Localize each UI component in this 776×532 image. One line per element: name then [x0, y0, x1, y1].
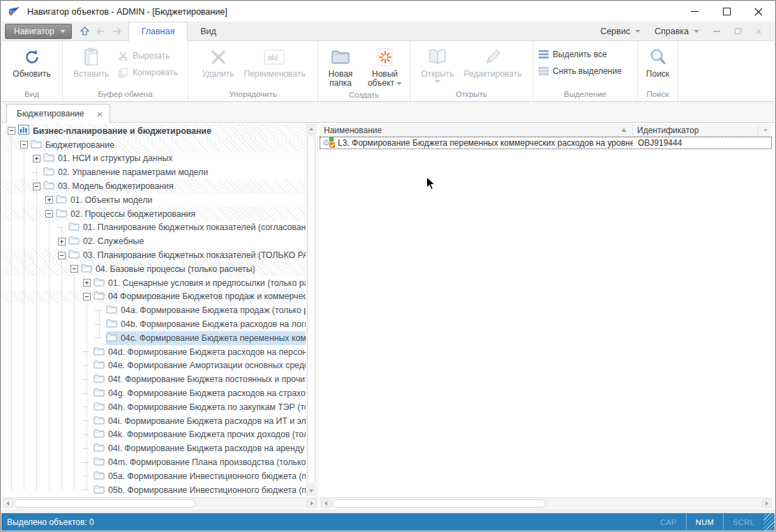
back-icon[interactable]: [95, 26, 107, 37]
tree-expander[interactable]: [58, 252, 66, 259]
tree-expander[interactable]: [70, 265, 78, 273]
navigator-menu-button[interactable]: Навигатор: [5, 24, 72, 39]
paste-button[interactable]: Вставить: [70, 43, 112, 80]
folder-icon: [43, 181, 54, 192]
scrollbar-thumb[interactable]: [14, 499, 195, 508]
tree-item-label: 01. Планирование бюджетных показателей (…: [83, 222, 306, 232]
close-document-button[interactable]: ×: [749, 24, 768, 39]
minimize-button[interactable]: [678, 1, 710, 22]
navigator-menu-label: Навигатор: [14, 26, 54, 36]
list-row[interactable]: ⚙ L3. Формирование Бюджета переменных ко…: [320, 137, 772, 149]
folder-icon: [94, 443, 105, 454]
tree-item[interactable]: 02. Управление параметрами модели: [3, 165, 306, 179]
tree-item[interactable]: 04d. Формирование Бюджета расходов на пе…: [3, 345, 306, 359]
tree-item[interactable]: 04m. Формирование Плана производства (то…: [3, 455, 306, 469]
menu-servis[interactable]: Сервис: [595, 26, 646, 36]
maximize-icon: [723, 8, 731, 15]
tree-item[interactable]: 04l. Формирование Бюджета расходов на ар…: [3, 441, 306, 455]
select-all-button[interactable]: Выделить все: [536, 47, 625, 61]
tree-expander[interactable]: [20, 141, 28, 149]
scroll-left-button[interactable]: [321, 499, 331, 508]
scroll-right-button[interactable]: [307, 499, 317, 508]
ribbon-tab-vid[interactable]: Вид: [188, 22, 229, 41]
maximize-button[interactable]: [710, 1, 743, 22]
tree-item[interactable]: 04a. Формирование Бюджета продаж (только…: [3, 303, 306, 317]
tree-item[interactable]: 04b. Формирование Бюджета расходов на ло…: [3, 317, 306, 331]
tree-item[interactable]: 05a. Формирование Инвестиционного бюджет…: [3, 469, 306, 483]
clear-selection-button[interactable]: Снять выделение: [536, 64, 625, 78]
tree-expander[interactable]: [58, 238, 66, 245]
copy-label: Копировать: [133, 68, 178, 77]
scrollbar-thumb[interactable]: [332, 499, 546, 508]
tree-item[interactable]: 03. Планирование бюджетных показателей (…: [3, 248, 306, 262]
menu-spravka[interactable]: Справка: [649, 26, 705, 36]
tree-expander[interactable]: [33, 155, 40, 162]
tree-expander[interactable]: [33, 183, 40, 190]
tree-item[interactable]: 04i. Формирование Бюджета расходов на ИТ…: [3, 414, 306, 428]
tree-item[interactable]: 01. Сценарные условия и предпосылки (тол…: [3, 276, 306, 290]
collapse-ribbon-button[interactable]: [708, 24, 726, 39]
tree-item-label: 05a. Формирование Инвестиционного бюджет…: [108, 471, 306, 481]
tree-expander[interactable]: [83, 293, 91, 301]
cut-button[interactable]: Вырезать: [115, 49, 181, 63]
tree-item[interactable]: 01. Планирование бюджетных показателей (…: [3, 221, 306, 235]
search-button[interactable]: Поиск: [639, 43, 678, 80]
scrollbar-thumb[interactable]: [307, 135, 315, 485]
delete-button[interactable]: Удалить: [199, 43, 238, 80]
new-object-label: Новый объект: [368, 69, 398, 88]
rename-button[interactable]: ab| Переименовать: [241, 43, 308, 80]
edit-button[interactable]: Редактировать: [461, 43, 525, 80]
tree-item[interactable]: 04 Формирование Бюджетов продаж и коммер…: [3, 290, 306, 304]
tree-item[interactable]: 04c. Формирование Бюджета переменных ком…: [3, 331, 306, 345]
window-layout-button[interactable]: [729, 24, 747, 39]
new-folder-button[interactable]: Новая папка: [321, 43, 360, 89]
tree-item[interactable]: Бюджетирование: [3, 138, 306, 152]
copy-button[interactable]: Копировать: [115, 66, 181, 79]
up-level-icon[interactable]: [79, 26, 91, 37]
tree-item[interactable]: Бизнес-планирование и бюджетирование: [3, 124, 306, 138]
tree-item[interactable]: 04e. Формирование Амортизации основных с…: [3, 359, 306, 373]
tree-expander[interactable]: [83, 279, 91, 287]
forward-icon[interactable]: [111, 26, 123, 37]
tree-expander[interactable]: [8, 127, 15, 135]
tree-item[interactable]: 04. Базовые процессы (только расчеты): [3, 262, 306, 276]
tree-connector: [83, 459, 91, 466]
scroll-right-button[interactable]: [762, 499, 772, 508]
tree-vertical-scrollbar[interactable]: [306, 124, 316, 496]
tree-item-label: 03. Модель бюджетирования: [58, 181, 174, 191]
tree-item[interactable]: 05b. Формирование Инвестиционного бюджет…: [3, 483, 306, 496]
arrow-up-icon: [309, 128, 313, 130]
main-area: Бизнес-планирование и бюджетированиеБюдж…: [1, 123, 775, 509]
tree-item[interactable]: 04g. Формирование Бюджета расходов на ст…: [3, 386, 306, 400]
resize-grip[interactable]: [763, 513, 775, 531]
tree-item[interactable]: 01. НСИ и структуры данных: [3, 152, 306, 166]
tree-connector: [83, 431, 91, 439]
ribbon-tab-glavnaya[interactable]: Главная: [128, 22, 188, 41]
tree-item[interactable]: 02. Процессы бюджетирования: [3, 207, 306, 221]
tree-item[interactable]: 04h. Формирование Бюджета по закупкам ТЭ…: [3, 400, 306, 414]
tree-item[interactable]: 02. Служебные: [3, 234, 306, 248]
new-object-button[interactable]: Новый объект: [363, 43, 407, 89]
scroll-left-button[interactable]: [3, 499, 13, 508]
list-horizontal-scrollbar[interactable]: [320, 497, 772, 508]
document-tab-budget[interactable]: Бюджетирование ×: [6, 104, 110, 123]
tree-expander[interactable]: [45, 196, 53, 204]
tree-item[interactable]: 04f. Формирование Бюджета постоянных и п…: [3, 372, 306, 386]
tree-item[interactable]: 03. Модель бюджетирования: [3, 179, 306, 193]
scroll-up-button[interactable]: [306, 124, 316, 134]
tree-horizontal-scrollbar[interactable]: [3, 497, 317, 508]
close-button[interactable]: [743, 1, 775, 22]
chart-icon: [18, 125, 29, 137]
tree-item[interactable]: 04k. Формирование Бюджета прочих доходов…: [3, 428, 306, 442]
tab-close-icon[interactable]: ×: [96, 109, 103, 119]
list-header: Наименование Идентификатор: [320, 124, 772, 137]
folder-icon: [106, 333, 117, 344]
column-header-id[interactable]: Идентификатор: [633, 124, 758, 136]
column-header-name[interactable]: Наименование: [320, 124, 633, 136]
column-options-button[interactable]: [758, 124, 772, 136]
tree-expander[interactable]: [45, 210, 53, 218]
tree-item[interactable]: 01. Объекты модели: [3, 193, 306, 207]
scroll-down-button[interactable]: [306, 486, 316, 496]
refresh-button[interactable]: Обновить: [9, 43, 54, 80]
open-button[interactable]: Открыть: [417, 43, 457, 84]
